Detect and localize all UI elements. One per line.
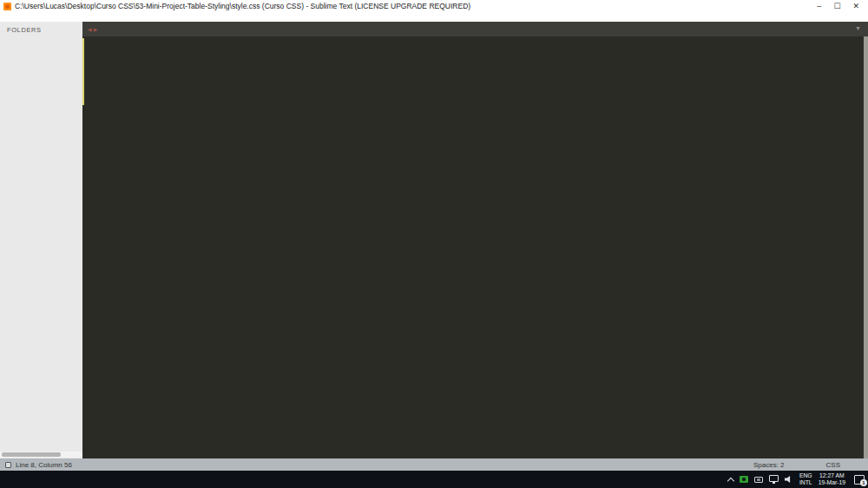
- time-label: 12:27 AM: [819, 472, 845, 479]
- window-title: C:\Users\Lucas\Desktop\Curso CSS\53-Mini…: [15, 2, 817, 10]
- syntax-mode[interactable]: CSS: [826, 461, 840, 469]
- hidden-icons-chevron-icon[interactable]: [727, 477, 734, 484]
- code-editor[interactable]: [82, 36, 868, 458]
- clock[interactable]: 12:27 AM 19-Mar-19: [819, 472, 845, 486]
- sidebar: FOLDERS: [0, 22, 82, 458]
- editor-scrollbar[interactable]: [864, 36, 868, 458]
- status-icon: [5, 462, 11, 468]
- modified-lines-indicator: [82, 38, 84, 105]
- language-line2: INTL: [799, 479, 812, 486]
- indent-setting[interactable]: Spaces: 2: [753, 461, 785, 469]
- date-label: 19-Mar-19: [819, 479, 845, 486]
- status-bar: Line 8, Column 56 Spaces: 2 CSS: [0, 458, 868, 471]
- gpu-tray-icon[interactable]: [740, 476, 748, 483]
- action-center-icon[interactable]: 1: [854, 475, 865, 485]
- tab-bar: ◀ ▶ ▼: [82, 22, 868, 36]
- cursor-position: Line 8, Column 56: [16, 461, 72, 469]
- tab-nav-left-icon[interactable]: ◀: [88, 26, 92, 32]
- language-indicator[interactable]: ENG INTL: [799, 472, 812, 486]
- notification-badge: 1: [860, 479, 867, 486]
- device-tray-icon[interactable]: [754, 477, 763, 483]
- folders-header: FOLDERS: [0, 22, 82, 36]
- minimize-button[interactable]: –: [817, 2, 821, 10]
- desktop: C:\Users\Lucas\Desktop\Curso CSS\53-Mini…: [0, 0, 868, 488]
- file-tree: [0, 36, 82, 452]
- tab-overflow-icon[interactable]: ▼: [855, 25, 861, 31]
- system-tray: ENG INTL 12:27 AM 19-Mar-19 1: [728, 471, 868, 488]
- close-button[interactable]: ✕: [852, 2, 859, 10]
- scrollbar-thumb[interactable]: [2, 452, 61, 457]
- windows-taskbar: ENG INTL 12:27 AM 19-Mar-19 1: [0, 471, 868, 488]
- sidebar-horizontal-scrollbar[interactable]: [0, 452, 82, 458]
- sublime-logo-icon: [3, 3, 11, 10]
- volume-tray-icon[interactable]: [785, 476, 793, 484]
- menu-bar: [0, 12, 868, 22]
- language-line1: ENG: [799, 472, 812, 479]
- maximize-button[interactable]: ☐: [833, 2, 840, 10]
- title-bar: C:\Users\Lucas\Desktop\Curso CSS\53-Mini…: [0, 0, 868, 12]
- display-tray-icon[interactable]: [769, 475, 779, 482]
- tab-nav-right-icon[interactable]: ▶: [94, 26, 98, 32]
